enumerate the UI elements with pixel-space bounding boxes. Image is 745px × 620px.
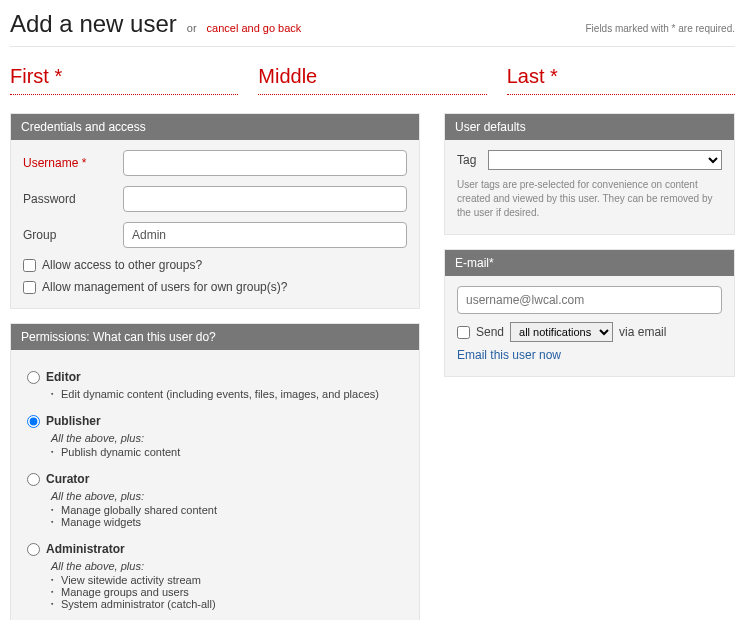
- all-above-text: All the above, plus:: [51, 560, 407, 572]
- page-title: Add a new user: [10, 10, 177, 38]
- password-label: Password: [23, 192, 123, 206]
- role-radio-publisher[interactable]: [27, 415, 40, 428]
- page-header: Add a new user or cancel and go back Fie…: [10, 10, 735, 47]
- credentials-panel: Credentials and access Username * Passwo…: [10, 113, 420, 309]
- required-note: Fields marked with * are required.: [585, 23, 735, 34]
- first-name-input[interactable]: [10, 61, 238, 95]
- perm-item: Manage groups and users: [51, 586, 407, 598]
- cancel-link[interactable]: cancel and go back: [207, 22, 302, 34]
- tag-help-text: User tags are pre-selected for convenien…: [457, 178, 722, 220]
- send-checkbox[interactable]: [457, 326, 470, 339]
- allow-manage-users-checkbox[interactable]: [23, 281, 36, 294]
- last-name-input[interactable]: [507, 61, 735, 95]
- tag-label: Tag: [457, 153, 476, 167]
- username-label: Username *: [23, 156, 123, 170]
- role-label-curator: Curator: [46, 472, 89, 486]
- send-label: Send: [476, 325, 504, 339]
- role-label-editor: Editor: [46, 370, 81, 384]
- role-radio-editor[interactable]: [27, 371, 40, 384]
- perm-group-curator: CuratorAll the above, plus:Manage global…: [27, 472, 407, 528]
- perm-item: Manage widgets: [51, 516, 407, 528]
- perm-group-editor: EditorEdit dynamic content (including ev…: [27, 370, 407, 400]
- email-panel: E-mail* Send all notifications via email…: [444, 249, 735, 377]
- permissions-panel: Permissions: What can this user do? Edit…: [10, 323, 420, 620]
- perm-item: Manage globally shared content: [51, 504, 407, 516]
- allow-other-groups-label: Allow access to other groups?: [42, 258, 202, 272]
- tag-select[interactable]: [488, 150, 722, 170]
- email-title: E-mail*: [445, 250, 734, 276]
- perm-item: System administrator (catch-all): [51, 598, 407, 610]
- email-user-link[interactable]: Email this user now: [457, 348, 561, 362]
- perm-item: Edit dynamic content (including events, …: [51, 388, 407, 400]
- or-text: or: [187, 22, 197, 34]
- perm-item: View sitewide activity stream: [51, 574, 407, 586]
- username-input[interactable]: [123, 150, 407, 176]
- perm-item: Publish dynamic content: [51, 446, 407, 458]
- name-row: [10, 61, 735, 95]
- user-defaults-title: User defaults: [445, 114, 734, 140]
- via-email-text: via email: [619, 325, 666, 339]
- perm-group-publisher: PublisherAll the above, plus:Publish dyn…: [27, 414, 407, 458]
- middle-name-input[interactable]: [258, 61, 486, 95]
- all-above-text: All the above, plus:: [51, 490, 407, 502]
- role-label-publisher: Publisher: [46, 414, 101, 428]
- email-input[interactable]: [457, 286, 722, 314]
- password-input[interactable]: [123, 186, 407, 212]
- user-defaults-panel: User defaults Tag User tags are pre-sele…: [444, 113, 735, 235]
- group-input[interactable]: [123, 222, 407, 248]
- all-above-text: All the above, plus:: [51, 432, 407, 444]
- allow-manage-users-label: Allow management of users for own group(…: [42, 280, 287, 294]
- group-label: Group: [23, 228, 123, 242]
- notifications-select[interactable]: all notifications: [510, 322, 613, 342]
- role-label-administrator: Administrator: [46, 542, 125, 556]
- role-radio-administrator[interactable]: [27, 543, 40, 556]
- allow-other-groups-checkbox[interactable]: [23, 259, 36, 272]
- role-radio-curator[interactable]: [27, 473, 40, 486]
- permissions-title: Permissions: What can this user do?: [11, 324, 419, 350]
- perm-group-administrator: AdministratorAll the above, plus:View si…: [27, 542, 407, 610]
- credentials-title: Credentials and access: [11, 114, 419, 140]
